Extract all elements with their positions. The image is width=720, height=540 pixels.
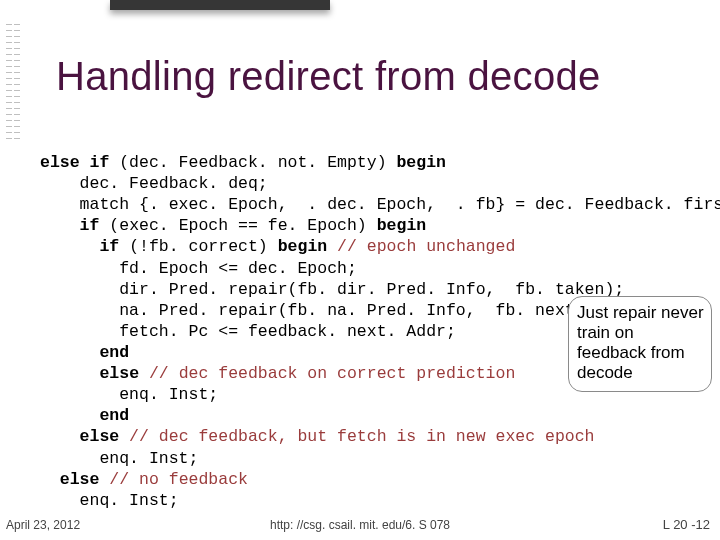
code-text: (!fb. correct) xyxy=(119,237,277,256)
code-text: enq. Inst; xyxy=(40,385,218,404)
code-text: na. Pred. repair(fb. na. Pred. Info, fb.… xyxy=(40,301,654,320)
code-text: (exec. Epoch == fe. Epoch) xyxy=(99,216,376,235)
comment: // no feedback xyxy=(99,470,248,489)
code-text xyxy=(40,216,80,235)
kw-else: else xyxy=(99,364,139,383)
code-text: fetch. Pc <= feedback. next. Addr; xyxy=(40,322,456,341)
kw-end: end xyxy=(99,406,129,425)
code-text: dec. Feedback. deq; xyxy=(40,174,268,193)
code-text xyxy=(40,406,99,425)
ornament-rule xyxy=(14,24,20,144)
code-text xyxy=(40,343,99,362)
code-text: match {. exec. Epoch, . dec. Epoch, . fb… xyxy=(40,195,720,214)
code-text: fd. Epoch <= dec. Epoch; xyxy=(40,259,357,278)
code-text xyxy=(40,470,60,489)
code-text xyxy=(40,237,99,256)
accent-bar xyxy=(110,0,330,10)
kw-begin: begin xyxy=(278,237,328,256)
kw-end: end xyxy=(99,343,129,362)
ornament-rule xyxy=(6,24,12,144)
footer-page: L 20 -12 xyxy=(663,517,710,532)
code-text: enq. Inst; xyxy=(40,491,179,510)
kw-begin: begin xyxy=(396,153,446,172)
code-text xyxy=(40,364,99,383)
code-text: enq. Inst; xyxy=(40,449,198,468)
code-text: dir. Pred. repair(fb. dir. Pred. Info, f… xyxy=(40,280,624,299)
code-text xyxy=(40,427,80,446)
comment: // dec feedback on correct prediction xyxy=(139,364,515,383)
kw-begin: begin xyxy=(377,216,427,235)
kw-elseif: else if xyxy=(40,153,109,172)
kw-else: else xyxy=(80,427,120,446)
footer-url: http: //csg. csail. mit. edu/6. S 078 xyxy=(0,518,720,532)
slide-title: Handling redirect from decode xyxy=(56,54,601,99)
comment: // epoch unchanged xyxy=(327,237,515,256)
code-text: (dec. Feedback. not. Empty) xyxy=(109,153,396,172)
callout-box: Just repair never train on feedback from… xyxy=(568,296,712,392)
kw-if: if xyxy=(99,237,119,256)
comment: // dec feedback, but fetch is in new exe… xyxy=(119,427,594,446)
kw-if: if xyxy=(80,216,100,235)
kw-else: else xyxy=(60,470,100,489)
